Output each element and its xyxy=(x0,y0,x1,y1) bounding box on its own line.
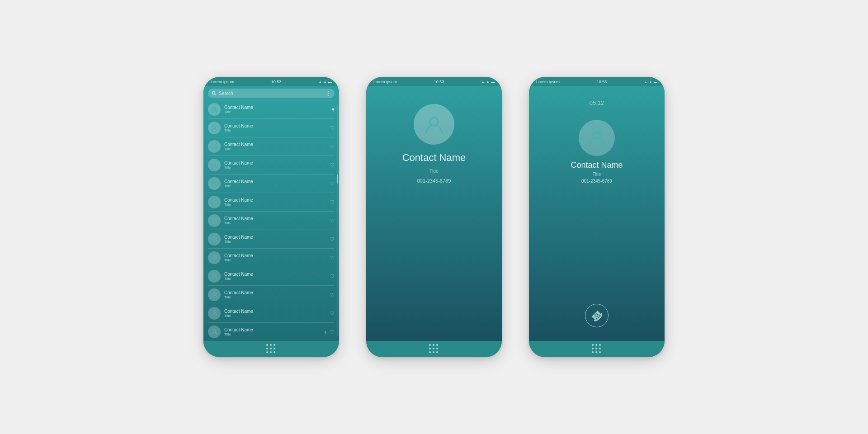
favorite-icon[interactable]: ♥ xyxy=(331,107,335,112)
favorite-icon[interactable]: ♡ xyxy=(330,144,335,150)
status-bar-2: Lorem ipsum 10:53 ▲ ▲ ▬ xyxy=(366,77,502,86)
contact-title: Title xyxy=(224,240,326,244)
contact-title: Title xyxy=(224,295,326,299)
contact-info: Contact NameTitle xyxy=(224,235,326,244)
svg-point-7 xyxy=(213,200,216,203)
favorite-icon[interactable]: ♡ xyxy=(330,236,335,242)
contact-name: Contact Name xyxy=(224,105,328,110)
app-name-2: Lorem ipsum xyxy=(373,80,397,84)
contact-info: Contact NameTitle xyxy=(224,216,326,225)
search-icon xyxy=(212,91,216,96)
contact-row[interactable]: Contact NameTitle♡ xyxy=(203,230,339,248)
contact-row[interactable]: Contact NameTitle♡ xyxy=(203,212,339,230)
contact-info: Contact NameTitle xyxy=(224,179,326,188)
call-contact-name: Contact Name xyxy=(571,160,623,170)
contact-row[interactable]: Contact NameTitle+♡ xyxy=(203,323,339,341)
favorite-icon[interactable]: ♡ xyxy=(330,292,335,298)
contact-row[interactable]: Contact NameTitle♡ xyxy=(203,267,339,285)
contact-rows-container: Contact NameTitle♥ Contact NameTitle♡ Co… xyxy=(203,100,339,341)
contact-title: Title xyxy=(224,128,326,132)
contact-row[interactable]: Contact NameTitle♡ xyxy=(203,304,339,322)
app-name-3: Lorem ipsum xyxy=(536,80,560,84)
contact-row[interactable]: Contact NameTitle♡ xyxy=(203,156,339,174)
call-screen: 05:12 Contact Name Title 001-2345-6789 ☎ xyxy=(529,86,665,341)
contact-row[interactable]: Contact NameTitle♡ xyxy=(203,137,339,156)
bottom-nav-2[interactable] xyxy=(366,341,502,357)
contact-name: Contact Name xyxy=(224,160,326,165)
favorite-icon[interactable]: ♡ xyxy=(330,311,335,316)
contact-name: Contact Name xyxy=(224,142,326,147)
favorite-icon[interactable]: ♡ xyxy=(330,125,335,131)
contact-info: Contact NameTitle xyxy=(224,327,320,336)
app-name-1: Lorem ipsum xyxy=(211,80,234,84)
contact-avatar xyxy=(208,270,221,283)
home-indicator-1 xyxy=(266,344,276,354)
contact-actions: ♡ xyxy=(330,292,335,298)
bottom-nav-1[interactable] xyxy=(203,341,339,357)
detail-contact-title: Title xyxy=(429,168,439,174)
contact-row[interactable]: Contact NameTitle♡ xyxy=(203,119,339,137)
favorite-icon[interactable]: ♡ xyxy=(330,218,335,224)
home-indicator-2 xyxy=(429,344,439,354)
contact-avatar xyxy=(208,177,221,190)
contact-row[interactable]: Contact NameTitle♥ xyxy=(203,100,339,118)
contact-row[interactable]: Contact NameTitle♡ xyxy=(203,286,339,304)
contact-title: Title xyxy=(224,221,326,225)
battery-icon: ▬ xyxy=(328,80,332,84)
status-icons-1: ▲ ▲ ▬ xyxy=(318,80,332,84)
contact-row[interactable]: Contact NameTitle♡ xyxy=(203,249,339,267)
contact-name: Contact Name xyxy=(224,123,326,128)
contact-actions: ♡ xyxy=(330,181,335,187)
favorite-icon[interactable]: ♡ xyxy=(330,162,335,168)
contact-name: Contact Name xyxy=(224,309,326,314)
contact-title: Title xyxy=(224,165,326,170)
contact-avatar xyxy=(208,326,221,338)
home-indicator-3 xyxy=(592,344,602,354)
svg-point-13 xyxy=(213,311,216,314)
status-time-3: 10:53 xyxy=(597,80,607,84)
contact-row[interactable]: Contact NameTitle♡ xyxy=(203,193,339,211)
contact-avatar xyxy=(208,159,221,171)
wifi-icon: ▲ xyxy=(323,80,327,84)
contact-avatar xyxy=(208,307,221,320)
detail-contact-phone: 001-2345-6789 xyxy=(417,178,451,184)
contact-info: Contact NameTitle xyxy=(224,198,326,207)
bottom-nav-3[interactable] xyxy=(529,341,665,357)
contact-row[interactable]: Contact NameTitle♡ xyxy=(203,175,339,193)
favorite-icon[interactable]: ♡ xyxy=(330,199,335,205)
end-call-button[interactable]: ☎ xyxy=(585,304,609,327)
status-time-1: 10:53 xyxy=(271,80,282,84)
svg-line-1 xyxy=(215,94,216,95)
contact-avatar xyxy=(208,233,221,245)
contact-actions: ♥ xyxy=(331,107,335,112)
contacts-list: Contact NameTitle♥ Contact NameTitle♡ Co… xyxy=(203,100,339,341)
contact-detail-screen: Contact Name Title 001-2345-6789 xyxy=(366,86,502,341)
status-time-2: 10:53 xyxy=(434,80,444,84)
signal-icon: ▲ xyxy=(318,80,322,84)
search-bar[interactable]: Search ⋮ xyxy=(208,89,335,98)
contact-avatar xyxy=(208,140,221,153)
contact-title: Title xyxy=(224,314,326,318)
more-options-icon[interactable]: ⋮ xyxy=(325,90,331,96)
scrollbar-thumb[interactable] xyxy=(337,175,338,184)
svg-point-5 xyxy=(213,163,216,165)
status-icons-2: ▲ ▲ ▬ xyxy=(481,80,495,84)
svg-point-10 xyxy=(213,255,216,258)
battery-icon: ▬ xyxy=(654,80,657,84)
contact-avatar xyxy=(208,196,221,208)
status-icons-3: ▲ ▲ ▬ xyxy=(644,80,657,84)
favorite-icon[interactable]: ♡ xyxy=(330,329,335,335)
contact-avatar xyxy=(208,214,221,227)
phone-3: Lorem ipsum 10:53 ▲ ▲ ▬ 05:12 Contact Na… xyxy=(529,77,665,357)
add-contact-icon[interactable]: + xyxy=(324,329,327,335)
favorite-icon[interactable]: ♡ xyxy=(330,255,335,261)
favorite-icon[interactable]: ♡ xyxy=(330,274,335,279)
contact-title: Title xyxy=(224,147,326,151)
signal-icon: ▲ xyxy=(481,80,485,84)
contact-info: Contact NameTitle xyxy=(224,290,326,299)
call-avatar xyxy=(579,120,615,156)
favorite-icon[interactable]: ♡ xyxy=(330,181,335,187)
search-bar-container: Search ⋮ xyxy=(203,86,339,100)
contact-name: Contact Name xyxy=(224,272,326,277)
svg-point-4 xyxy=(213,144,216,147)
